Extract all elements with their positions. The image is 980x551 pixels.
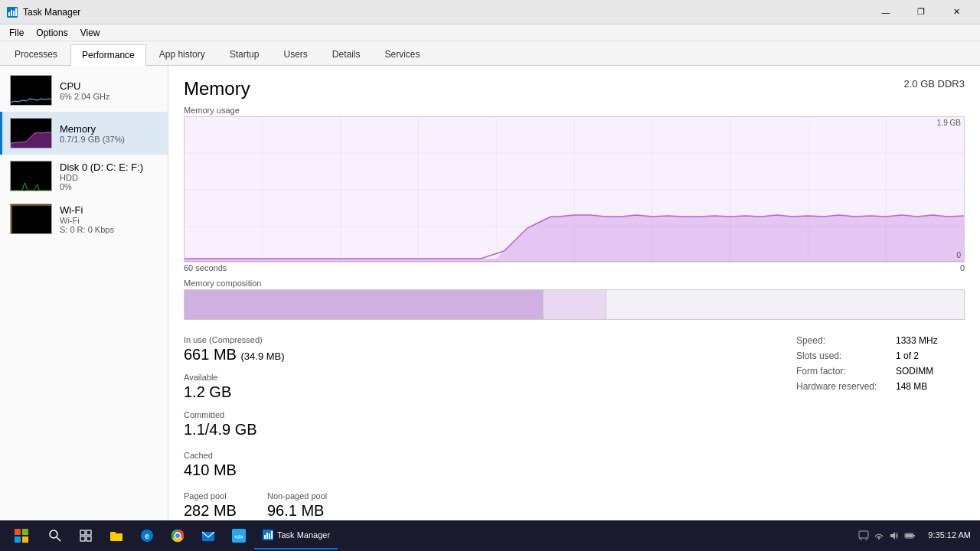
- sidebar-item-wifi[interactable]: Wi-Fi Wi-Fi S: 0 R: 0 Kbps: [0, 197, 168, 240]
- panel-header: Memory 2.0 GB DDR3: [184, 78, 965, 99]
- memory-info: Memory 0.7/1.9 GB (37%): [60, 123, 160, 144]
- chart-time-zero: 0: [960, 263, 965, 272]
- memory-mini-chart: [10, 118, 52, 148]
- wifi-info: Wi-Fi Wi-Fi S: 0 R: 0 Kbps: [60, 204, 160, 234]
- chart-max: 1.9 GB: [937, 119, 961, 127]
- svg-point-28: [50, 530, 57, 538]
- tray-network[interactable]: [873, 530, 885, 542]
- explorer-button[interactable]: [101, 520, 132, 551]
- stat-cached: Cached 410 MB: [184, 448, 781, 488]
- svg-rect-24: [15, 529, 21, 535]
- svg-rect-2: [11, 10, 12, 16]
- comp-in-use: [185, 290, 543, 319]
- memory-chart: 1.9 GB 0: [184, 116, 965, 262]
- minimize-button[interactable]: —: [868, 0, 903, 24]
- disk-mini-chart: [10, 161, 52, 191]
- spec-hwres-value: 148 MB: [896, 381, 965, 392]
- code-button[interactable]: </>: [224, 520, 254, 551]
- restore-button[interactable]: ❐: [903, 0, 939, 24]
- svg-line-29: [57, 537, 60, 541]
- cpu-label: CPU: [60, 80, 160, 92]
- tray-battery[interactable]: [903, 530, 916, 542]
- close-button[interactable]: ✕: [939, 0, 974, 24]
- sidebar-item-disk[interactable]: Disk 0 (D: C: E: F:) HDD 0%: [0, 155, 168, 197]
- clock-time: 9:35:12 AM: [928, 530, 971, 541]
- chart-time: 60 seconds 0: [184, 263, 965, 272]
- memory-panel: Memory 2.0 GB DDR3 Memory usage 1.9 GB 0: [168, 66, 980, 520]
- svg-rect-26: [15, 536, 21, 543]
- tab-details[interactable]: Details: [321, 44, 372, 65]
- memory-stat: 0.7/1.9 GB (37%): [60, 135, 160, 144]
- svg-rect-1: [8, 12, 10, 16]
- task-view-button[interactable]: [70, 520, 101, 551]
- taskmanager-taskbar-item[interactable]: Task Manager: [254, 522, 338, 549]
- disk-info: Disk 0 (D: C: E: F:) HDD 0%: [60, 161, 160, 191]
- svg-rect-32: [80, 536, 85, 541]
- svg-rect-35: [110, 532, 116, 535]
- menu-view[interactable]: View: [74, 26, 106, 40]
- comp-modified: [543, 290, 605, 319]
- svg-rect-44: [264, 535, 266, 539]
- svg-rect-45: [266, 533, 268, 539]
- spec-slots-value: 1 of 2: [896, 350, 965, 361]
- stats-left: In use (Compressed) 661 MB (34.9 MB) Ava…: [184, 332, 781, 520]
- chart-label: Memory usage: [184, 106, 965, 115]
- svg-rect-48: [859, 531, 868, 538]
- tab-users[interactable]: Users: [272, 44, 318, 65]
- start-button[interactable]: [3, 520, 40, 551]
- spec-speed-label: Speed:: [796, 335, 896, 346]
- stats-area: In use (Compressed) 661 MB (34.9 MB) Ava…: [184, 332, 965, 520]
- tab-apphistory[interactable]: App history: [148, 44, 217, 65]
- spec-form-value: SODIMM: [896, 366, 965, 377]
- stat-in-use: In use (Compressed) 661 MB (34.9 MB): [184, 332, 781, 370]
- stat-nonpaged: Non-paged pool 96.1 MB: [267, 488, 327, 520]
- tray-notifications[interactable]: [858, 530, 870, 542]
- chrome-button[interactable]: [162, 520, 193, 551]
- tab-startup[interactable]: Startup: [218, 44, 271, 65]
- sidebar: CPU 6% 2.04 GHz Memory 0.7/1.9 GB (37%): [0, 66, 168, 520]
- composition-label: Memory composition: [184, 279, 965, 288]
- tray-volume[interactable]: [888, 530, 900, 542]
- tab-performance[interactable]: Performance: [70, 44, 146, 66]
- stat-paged: Paged pool 282 MB: [184, 488, 237, 520]
- taskmanager-label: Task Manager: [277, 530, 330, 540]
- svg-rect-53: [913, 535, 915, 536]
- disk-stat1: HDD: [60, 173, 160, 182]
- titlebar: Task Manager — ❐ ✕: [0, 0, 980, 24]
- system-clock[interactable]: 9:35:12 AM: [922, 530, 977, 541]
- wifi-stat2: S: 0 R: 0 Kbps: [60, 225, 160, 234]
- wifi-mini-chart: [10, 204, 52, 234]
- svg-marker-51: [890, 532, 895, 540]
- main-content: CPU 6% 2.04 GHz Memory 0.7/1.9 GB (37%): [0, 66, 980, 520]
- mail-button[interactable]: [193, 520, 224, 551]
- svg-rect-27: [22, 536, 28, 543]
- search-button[interactable]: [40, 520, 70, 551]
- cpu-info: CPU 6% 2.04 GHz: [60, 80, 160, 101]
- specs-right: Speed: 1333 MHz Slots used: 1 of 2 Form …: [781, 332, 965, 520]
- svg-rect-46: [269, 533, 270, 539]
- tab-services[interactable]: Services: [374, 44, 432, 65]
- window-title: Task Manager: [23, 7, 868, 18]
- svg-rect-25: [22, 529, 28, 535]
- wifi-label: Wi-Fi: [60, 204, 160, 216]
- disk-stat2: 0%: [60, 182, 160, 191]
- taskbar: e </> Task Manager: [0, 520, 980, 551]
- svg-text:</>: </>: [234, 533, 243, 540]
- spec-slots-label: Slots used:: [796, 350, 896, 361]
- spec-form-label: Form factor:: [796, 366, 896, 377]
- edge-button[interactable]: e: [132, 520, 162, 551]
- cpu-stat: 6% 2.04 GHz: [60, 92, 160, 101]
- disk-label: Disk 0 (D: C: E: F:): [60, 161, 160, 173]
- sidebar-item-cpu[interactable]: CPU 6% 2.04 GHz: [0, 69, 168, 112]
- chart-min: 0: [956, 251, 961, 259]
- panel-title: Memory: [184, 78, 250, 99]
- system-tray: [851, 530, 922, 542]
- svg-rect-30: [80, 530, 85, 535]
- menu-file[interactable]: File: [3, 26, 30, 40]
- menu-options[interactable]: Options: [30, 26, 74, 40]
- sidebar-item-memory[interactable]: Memory 0.7/1.9 GB (37%): [0, 112, 168, 155]
- svg-rect-3: [13, 11, 15, 16]
- panel-spec: 2.0 GB DDR3: [904, 78, 965, 90]
- tab-processes[interactable]: Processes: [3, 44, 69, 65]
- stat-available: Available 1.2 GB: [184, 370, 781, 407]
